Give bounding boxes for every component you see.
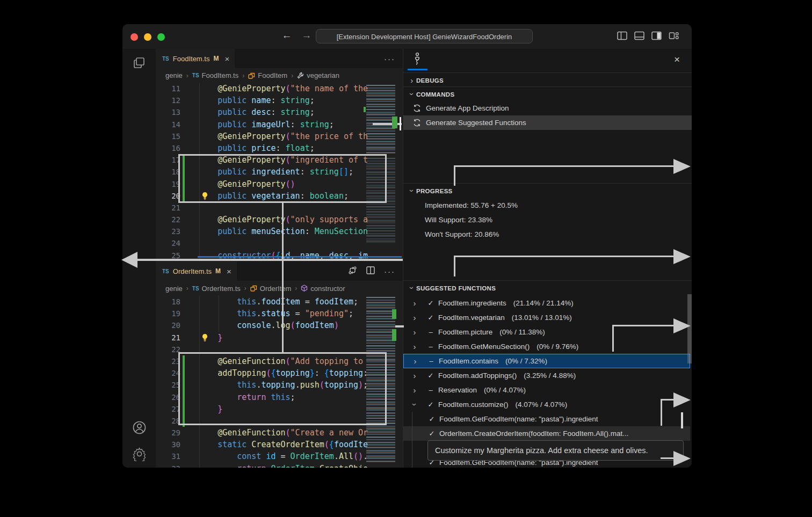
suggested-function-row[interactable]: ›–Reservation(0% / 4.07%) bbox=[403, 383, 690, 397]
line-number: 31 bbox=[156, 450, 180, 462]
dash-icon: – bbox=[426, 328, 436, 336]
breadcrumb-class[interactable]: OrderItem bbox=[250, 285, 292, 293]
chevron-right-icon[interactable]: › bbox=[411, 356, 419, 366]
suggested-function-row[interactable]: ›–FoodItem.contains(0% / 7.32%) bbox=[403, 354, 690, 368]
code-text: constructor({id, name, desc, im bbox=[198, 250, 368, 261]
breadcrumb-folder[interactable]: genie bbox=[165, 71, 183, 79]
close-tab-icon[interactable]: × bbox=[227, 267, 231, 276]
minimize-window-button[interactable] bbox=[144, 33, 151, 41]
check-icon: ✓ bbox=[426, 372, 436, 380]
split-editor-icon[interactable] bbox=[366, 266, 375, 276]
panel-scrollbar[interactable] bbox=[687, 294, 692, 363]
check-icon: ✓ bbox=[427, 429, 437, 438]
command-generate-app-description[interactable]: Generate App Description bbox=[403, 101, 692, 115]
tab-fooditem[interactable]: TS FoodItem.ts M × bbox=[156, 49, 235, 68]
line-number: 22 bbox=[156, 344, 180, 355]
account-icon[interactable] bbox=[132, 420, 147, 437]
code-text: public desc: string; bbox=[198, 106, 315, 118]
section-commands[interactable]: › COMMANDS bbox=[403, 87, 692, 101]
section-progress[interactable]: › PROGRESS bbox=[403, 184, 692, 198]
more-actions-icon[interactable]: ··· bbox=[384, 54, 395, 63]
progress-stat: Implemented: 55.76 + 20.5% bbox=[425, 198, 518, 213]
suggested-function-row[interactable]: ›–FoodItem.GetMenuSection()(0% / 9.76%) bbox=[403, 339, 690, 354]
back-icon[interactable]: ← bbox=[280, 30, 294, 41]
tab-orderitem[interactable]: TS OrderItem.ts M × bbox=[156, 261, 237, 281]
git-added-gutter bbox=[183, 403, 185, 415]
check-icon: ✓ bbox=[426, 299, 436, 307]
code-text: @GenieProperty("the name of the bbox=[198, 83, 368, 94]
toggle-primary-sidebar-icon[interactable] bbox=[617, 31, 627, 40]
settings-icon[interactable] bbox=[132, 447, 147, 463]
line-number: 20 bbox=[156, 190, 180, 202]
suggested-function-row[interactable]: ›✓FoodItem.customize()(4.07% / 4.07%) bbox=[403, 397, 690, 412]
code-text: } bbox=[198, 332, 222, 344]
breadcrumb-class[interactable]: FoodItem bbox=[248, 71, 287, 79]
chevron-right-icon[interactable]: › bbox=[411, 342, 418, 351]
code-text: addTopping({topping}: {topping: bbox=[198, 367, 368, 379]
ts-file-icon: TS bbox=[192, 72, 199, 78]
line-number: 29 bbox=[156, 427, 180, 439]
tab-strip: TS FoodItem.ts M × ··· bbox=[156, 49, 403, 68]
chevron-down-icon: › bbox=[408, 90, 417, 99]
line-number: 25 bbox=[156, 379, 180, 391]
breadcrumb-member[interactable]: constructor bbox=[301, 285, 345, 293]
suggested-function-row[interactable]: ›–FoodItem.picture(0% / 11.38%) bbox=[403, 325, 690, 339]
close-panel-icon[interactable]: × bbox=[674, 54, 680, 65]
close-tab-icon[interactable]: × bbox=[224, 54, 229, 63]
editor-group-orderitem: TS OrderItem.ts M × ··· bbox=[156, 261, 403, 468]
section-suggested-functions[interactable]: › SUGGESTED FUNCTIONS bbox=[403, 281, 692, 295]
git-added-gutter bbox=[183, 355, 185, 367]
suggested-function-row[interactable]: ›✓FoodItem.addToppings()(3.25% / 4.88%) bbox=[403, 368, 690, 383]
list-scrollbar[interactable] bbox=[681, 412, 683, 428]
explorer-icon[interactable] bbox=[132, 56, 146, 72]
chevron-right-icon[interactable]: › bbox=[411, 371, 418, 380]
line-number: 30 bbox=[156, 439, 180, 450]
breadcrumb-file[interactable]: TSOrderItem.ts bbox=[192, 285, 241, 293]
breadcrumb-separator: › bbox=[295, 285, 297, 292]
line-number: 17 bbox=[156, 154, 180, 166]
breadcrumb-folder[interactable]: genie bbox=[165, 285, 183, 293]
section-debugs[interactable]: › DEBUGS bbox=[403, 73, 692, 88]
minimap[interactable] bbox=[365, 296, 397, 468]
ts-file-icon: TS bbox=[162, 268, 169, 274]
code-text: public menuSection: MenuSection bbox=[198, 225, 368, 237]
chevron-right-icon[interactable]: › bbox=[411, 298, 418, 308]
breadcrumb-separator: › bbox=[244, 285, 247, 292]
code-text: public ingredient: string[]; bbox=[198, 166, 353, 178]
breadcrumb-file[interactable]: TSFoodItem.ts bbox=[192, 71, 238, 79]
line-number: 28 bbox=[156, 415, 180, 427]
tooltip: Customize my Margherita pizza. Add extra… bbox=[427, 440, 684, 461]
toggle-panel-icon[interactable] bbox=[634, 31, 644, 40]
forward-icon[interactable]: → bbox=[300, 30, 314, 41]
more-actions-icon[interactable]: ··· bbox=[384, 267, 395, 276]
chevron-down-icon[interactable]: › bbox=[411, 400, 418, 409]
customize-layout-icon[interactable] bbox=[669, 31, 679, 40]
compare-changes-icon[interactable] bbox=[348, 266, 357, 277]
function-percentages: (0% / 4.07%) bbox=[484, 386, 526, 394]
command-generate-suggested-functions[interactable]: Generate Suggested Functions bbox=[403, 115, 692, 130]
line-number: 11 bbox=[156, 83, 180, 94]
minimap[interactable] bbox=[365, 83, 397, 261]
chevron-down-icon: › bbox=[408, 187, 417, 195]
zoom-window-button[interactable] bbox=[157, 33, 165, 41]
suggested-function-row[interactable]: ›✓FoodItem.vegetarian(13.01% / 13.01%) bbox=[403, 310, 690, 325]
function-name: FoodItem.GetFoodItem(name: "pasta").ingr… bbox=[439, 415, 598, 423]
line-number: 24 bbox=[156, 367, 180, 379]
line-number: 23 bbox=[156, 355, 180, 367]
line-number: 21 bbox=[156, 202, 180, 214]
git-added-gutter bbox=[183, 166, 185, 178]
breadcrumb-separator: › bbox=[186, 72, 189, 79]
chevron-right-icon[interactable]: › bbox=[411, 313, 418, 322]
suggested-function-row[interactable]: ✓FoodItem.GetFoodItem(name: "pasta").ing… bbox=[403, 412, 690, 426]
breadcrumb-member[interactable]: vegetarian bbox=[297, 71, 339, 79]
breadcrumb-separator: › bbox=[186, 285, 189, 292]
command-center[interactable]: [Extension Development Host] GenieWizard… bbox=[316, 29, 533, 43]
suggested-function-row[interactable]: ✓OrderItem.CreateOrderItem(foodItem: Foo… bbox=[403, 426, 690, 441]
toggle-secondary-sidebar-icon[interactable] bbox=[651, 31, 662, 40]
chevron-right-icon[interactable]: › bbox=[411, 385, 418, 395]
suggested-function-row[interactable]: ›✓FoodItem.ingredients(21.14% / 21.14%) bbox=[403, 296, 690, 310]
chevron-right-icon[interactable]: › bbox=[411, 327, 418, 337]
sync-icon bbox=[413, 119, 421, 127]
close-window-button[interactable] bbox=[130, 33, 138, 41]
genie-icon[interactable] bbox=[412, 52, 423, 68]
